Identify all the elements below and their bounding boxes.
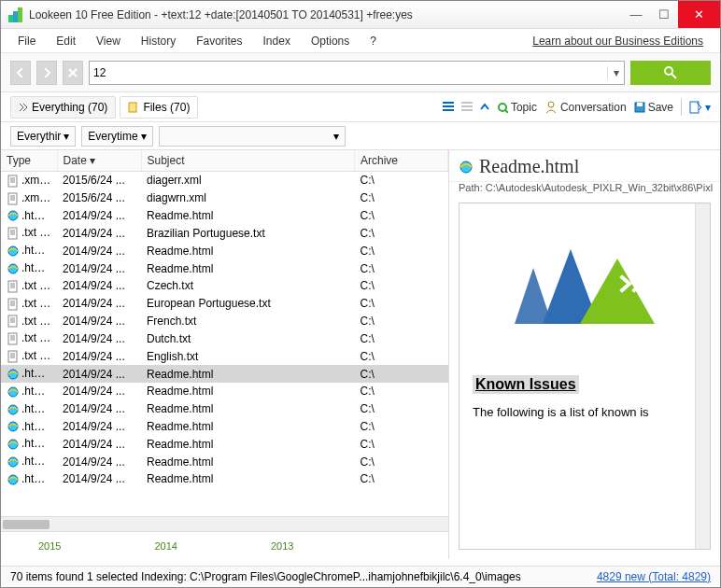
cell-subject: Readme.html [141, 365, 355, 383]
preview-content[interactable]: Known Issues The following is a list of … [459, 203, 711, 550]
tab-everything-label: Everything (70) [32, 101, 107, 114]
nav-forward-button[interactable] [36, 61, 57, 85]
table-row[interactable]: .txt File2014/9/24 ...French.txtC:\ [1, 313, 448, 330]
col-type[interactable]: Type [1, 150, 57, 172]
svg-rect-21 [8, 351, 17, 362]
search-dropdown-icon[interactable]: ▾ [607, 66, 624, 79]
table-row[interactable]: .txt File2014/9/24 ...Dutch.txtC:\ [1, 329, 448, 347]
html-file-icon [7, 473, 20, 486]
collapse-icon[interactable] [480, 103, 489, 112]
col-archive[interactable]: Archive [355, 150, 448, 172]
cell-type: .xml File [1, 172, 57, 189]
edit-icon [689, 101, 702, 114]
cell-date: 2014/9/24 ... [57, 259, 141, 277]
cell-subject: diagwrn.xml [141, 189, 355, 207]
table-row[interactable]: .html ...2014/9/24 ...Readme.htmlC:\ [1, 242, 448, 259]
txt-file-icon [7, 332, 20, 345]
search-input[interactable]: 12 ▾ [89, 61, 625, 85]
col-date[interactable]: Date ▾ [57, 150, 141, 172]
svg-rect-19 [8, 315, 17, 327]
cell-subject: Readme.html [141, 242, 355, 259]
svg-rect-20 [8, 333, 17, 344]
cell-subject: Dutch.txt [141, 329, 355, 347]
menu-index[interactable]: Index [256, 32, 298, 50]
timeline-year[interactable]: 2013 [271, 540, 293, 552]
status-bar: 70 items found 1 selected Indexing: C:\P… [1, 566, 720, 586]
cell-type: .html ... [1, 418, 57, 436]
cell-subject: Readme.html [141, 207, 355, 225]
cell-date: 2014/9/24 ... [57, 383, 141, 400]
minimize-button[interactable]: — [622, 1, 650, 28]
table-row[interactable]: .html ...2014/9/24 ...Readme.htmlC:\ [1, 435, 448, 453]
maximize-button[interactable]: ☐ [650, 1, 678, 28]
svg-rect-9 [637, 103, 643, 106]
search-button[interactable] [630, 61, 711, 85]
conversation-button[interactable]: Conversation [544, 101, 627, 114]
table-row[interactable]: .html ...2014/9/24 ...Readme.htmlC:\ [1, 453, 448, 470]
save-button[interactable]: Save [634, 101, 673, 114]
cell-archive: C:\ [355, 453, 448, 470]
status-new-link[interactable]: 4829 new (Total: 4829) [597, 570, 711, 583]
svg-point-16 [8, 264, 18, 273]
cell-type: .txt File [1, 329, 57, 347]
cell-archive: C:\ [355, 435, 448, 453]
tab-everything[interactable]: Everything (70) [10, 96, 116, 119]
table-row[interactable]: .html ...2014/9/24 ...Readme.htmlC:\ [1, 400, 448, 418]
menu-file[interactable]: File [10, 32, 43, 50]
cell-date: 2014/9/24 ... [57, 277, 141, 295]
col-subject[interactable]: Subject [141, 150, 355, 172]
nav-back-button[interactable] [10, 61, 31, 85]
table-row[interactable]: .txt File2014/9/24 ...English.txtC:\ [1, 347, 448, 365]
preview-scrollbar[interactable] [695, 203, 710, 549]
preview-title: Readme.html [479, 156, 579, 177]
menu-favorites[interactable]: Favorites [189, 32, 249, 50]
cell-date: 2014/9/24 ... [57, 400, 141, 418]
menu-edit[interactable]: Edit [49, 32, 83, 50]
svg-point-26 [8, 440, 18, 449]
html-file-icon [7, 209, 20, 222]
timeline-year[interactable]: 2015 [38, 540, 61, 552]
timeline-year[interactable]: 2014 [154, 540, 177, 552]
xml-file-icon [7, 175, 20, 188]
close-button[interactable]: ✕ [678, 1, 720, 28]
extra-filter[interactable]: ▾ [159, 126, 346, 147]
save-icon [634, 102, 645, 113]
table-row[interactable]: .html ...2014/9/24 ...Readme.htmlC:\ [1, 259, 448, 277]
menu-view[interactable]: View [89, 32, 128, 50]
menu-options[interactable]: Options [304, 32, 357, 50]
business-editions-link[interactable]: Learn about our Business Editions [525, 32, 711, 50]
table-row[interactable]: .html ...2014/9/24 ...Readme.htmlC:\ [1, 383, 448, 400]
horizontal-scrollbar[interactable] [1, 516, 448, 531]
timeline[interactable]: 2015 2014 2013 [1, 531, 448, 559]
cell-archive: C:\ [355, 224, 448, 242]
cell-subject: Brazilian Portuguese.txt [141, 224, 355, 242]
search-input-value: 12 [93, 66, 106, 79]
table-row[interactable]: .html ...2014/9/24 ...Readme.htmlC:\ [1, 470, 448, 488]
everytime-filter[interactable]: Everytime ▾ [81, 126, 152, 147]
chevron-down-icon: ▾ [333, 130, 339, 143]
menubar: File Edit View History Favorites Index O… [1, 29, 720, 53]
svg-point-7 [548, 102, 554, 107]
table-row[interactable]: .txt File2014/9/24 ...Czech.txtC:\ [1, 277, 448, 295]
table-row[interactable]: .xml File2015/6/24 ...diagwrn.xmlC:\ [1, 189, 448, 207]
everything-filter[interactable]: Everythir ▾ [10, 126, 76, 147]
table-row[interactable]: .txt File2014/9/24 ...Brazilian Portugue… [1, 224, 448, 242]
topic-button[interactable]: Topic [497, 101, 537, 114]
cell-date: 2014/9/24 ... [57, 365, 141, 383]
table-row[interactable]: .html ...2014/9/24 ...Readme.htmlC:\ [1, 365, 448, 383]
edit-button[interactable]: ▾ [689, 101, 711, 114]
cell-archive: C:\ [355, 470, 448, 488]
cell-type: .html ... [1, 259, 57, 277]
menu-help[interactable]: ? [362, 32, 384, 50]
cell-archive: C:\ [355, 329, 448, 347]
html-file-icon [7, 455, 20, 469]
table-row[interactable]: .txt File2014/9/24 ...European Portugues… [1, 295, 448, 313]
nav-clear-button[interactable] [63, 61, 83, 85]
table-row[interactable]: .html ...2014/9/24 ...Readme.htmlC:\ [1, 207, 448, 225]
tab-files[interactable]: Files (70) [120, 96, 198, 119]
table-row[interactable]: .xml File2015/6/24 ...diagerr.xmlC:\ [1, 172, 448, 189]
menu-history[interactable]: History [134, 32, 183, 50]
layout-split-icon[interactable] [461, 102, 473, 113]
table-row[interactable]: .html ...2014/9/24 ...Readme.htmlC:\ [1, 418, 448, 436]
layout-list-icon[interactable] [443, 102, 454, 113]
